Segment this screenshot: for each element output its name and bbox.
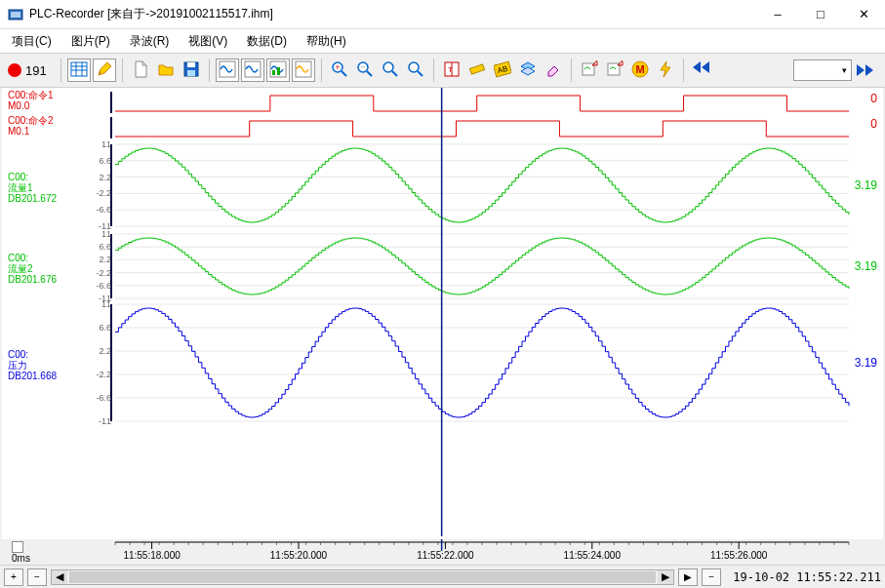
ytick: 6.6 [86, 156, 111, 166]
svg-text:T: T [448, 65, 453, 74]
ytick: -2.2 [86, 268, 111, 278]
wav1-button[interactable] [216, 59, 239, 82]
menu-item-2[interactable]: 录波(R) [130, 33, 170, 50]
svg-point-22 [383, 62, 393, 72]
channel-value-4: 3.19 [855, 356, 877, 370]
ytick: 2.2 [86, 173, 111, 182]
tbl-button[interactable] [67, 59, 91, 82]
svg-line-23 [392, 71, 397, 76]
rew-icon [693, 60, 710, 80]
zoomout-button[interactable]: − [353, 59, 377, 82]
maximize-button[interactable]: □ [799, 0, 842, 29]
export2-icon [606, 60, 624, 80]
wav2-icon [244, 60, 261, 80]
svg-rect-8 [187, 62, 195, 67]
ytick: -11 [86, 416, 111, 426]
tbl-icon [70, 60, 88, 80]
menu-item-3[interactable]: 视图(V) [188, 33, 227, 50]
layers-button[interactable] [516, 59, 540, 82]
export1-button[interactable] [578, 59, 601, 82]
svg-rect-15 [296, 61, 311, 77]
zoomin-button[interactable]: + [328, 59, 351, 82]
export2-button[interactable] [603, 59, 626, 82]
layers-icon [519, 60, 537, 80]
sb-minus-button[interactable]: − [27, 568, 47, 586]
channel-value-2: 3.19 [855, 178, 877, 192]
svg-rect-10 [220, 61, 235, 77]
sb-plus-button[interactable]: + [4, 568, 23, 586]
window-title: PLC-Recorder [来自于->20191002115517.ihm] [29, 6, 756, 22]
rew-button[interactable] [690, 59, 713, 82]
ytick: -2.2 [86, 370, 111, 379]
time-axis: 0ms 11:55:18.00011:55:20.00011:55:22.000… [2, 539, 883, 565]
scroll-left-icon[interactable]: ◀ [52, 570, 67, 584]
marker-icon: T [443, 60, 461, 80]
time-scrollbar[interactable]: ◀ ▶ [51, 569, 674, 585]
channel-label-2: C00:流量1DB201.672 [8, 172, 78, 204]
close-button[interactable]: ✕ [842, 0, 885, 29]
ruler-button[interactable] [465, 59, 489, 82]
menu-item-0[interactable]: 项目(C) [12, 33, 52, 50]
svg-point-24 [409, 62, 419, 72]
fast-forward-button[interactable] [854, 59, 877, 82]
menu-item-5[interactable]: 帮助(H) [306, 33, 346, 50]
channel-value-3: 3.19 [855, 259, 877, 273]
separator [60, 59, 61, 82]
wavs-button[interactable] [292, 59, 315, 82]
ytick: 11 [86, 139, 111, 149]
wav2-button[interactable] [241, 59, 264, 82]
erase-button[interactable] [542, 59, 565, 82]
ytick: 2.2 [86, 255, 111, 264]
channel-label-3: C00:流量2DB201.676 [8, 253, 78, 285]
new-button[interactable] [129, 59, 152, 82]
ytick: 11 [86, 299, 111, 309]
chart-button[interactable] [266, 59, 290, 82]
svg-text:−: − [360, 61, 365, 71]
zoomfit-button[interactable] [404, 59, 427, 82]
zoom-button[interactable] [379, 59, 402, 82]
scroll-thumb[interactable] [69, 571, 656, 583]
open-icon [157, 60, 175, 80]
erase-icon [544, 60, 562, 80]
sb-minus2-button[interactable]: − [702, 568, 721, 586]
sb-arrow-button[interactable]: ▶ [678, 568, 698, 586]
separator [571, 59, 572, 82]
svg-rect-14 [277, 67, 280, 75]
menu-item-1[interactable]: 图片(P) [71, 33, 110, 50]
bolt-button[interactable] [654, 59, 677, 82]
ab-button[interactable]: AB [491, 59, 514, 82]
svg-rect-1 [11, 12, 20, 18]
bolt-icon [657, 60, 674, 80]
wav1-icon [219, 60, 236, 80]
export1-icon [581, 60, 598, 80]
separator [433, 59, 434, 82]
menubar: 项目(C)图片(P)录波(R)视图(V)数据(D)帮助(H) [0, 29, 885, 53]
zoomin-icon: + [331, 60, 348, 80]
svg-line-20 [367, 71, 372, 76]
open-button[interactable] [154, 59, 178, 82]
marker-button[interactable]: T [440, 59, 463, 82]
ytick: 6.6 [86, 323, 111, 333]
scroll-right-icon[interactable]: ▶ [658, 570, 673, 584]
minimize-button[interactable]: – [756, 0, 799, 29]
wavs-icon [295, 60, 312, 80]
menu-item-4[interactable]: 数据(D) [247, 33, 287, 50]
ytick: 2.2 [86, 346, 111, 356]
channel-value-1: 0 [870, 117, 877, 131]
zoomfit-icon [407, 60, 424, 80]
svg-rect-11 [245, 61, 261, 77]
time-tick-label: 11:55:26.000 [710, 550, 768, 561]
separator [122, 59, 123, 82]
toolbar-combo[interactable]: ▾ [793, 59, 852, 81]
svg-rect-29 [469, 64, 484, 74]
svg-line-17 [342, 71, 346, 76]
separator [209, 59, 210, 82]
pencil-button[interactable] [93, 59, 116, 82]
save-button[interactable] [180, 59, 203, 82]
statusbar: + − ◀ ▶ ▶ − 19-10-02 11:55:22.211 [0, 565, 885, 588]
m-button[interactable]: M [628, 59, 652, 82]
zoom-icon [382, 60, 399, 80]
svg-rect-13 [272, 70, 275, 75]
svg-rect-2 [71, 62, 87, 76]
plot-area[interactable]: C00:命令1M0.00C00:命令2M0.10116.62.2-2.2-6.6… [2, 88, 883, 539]
